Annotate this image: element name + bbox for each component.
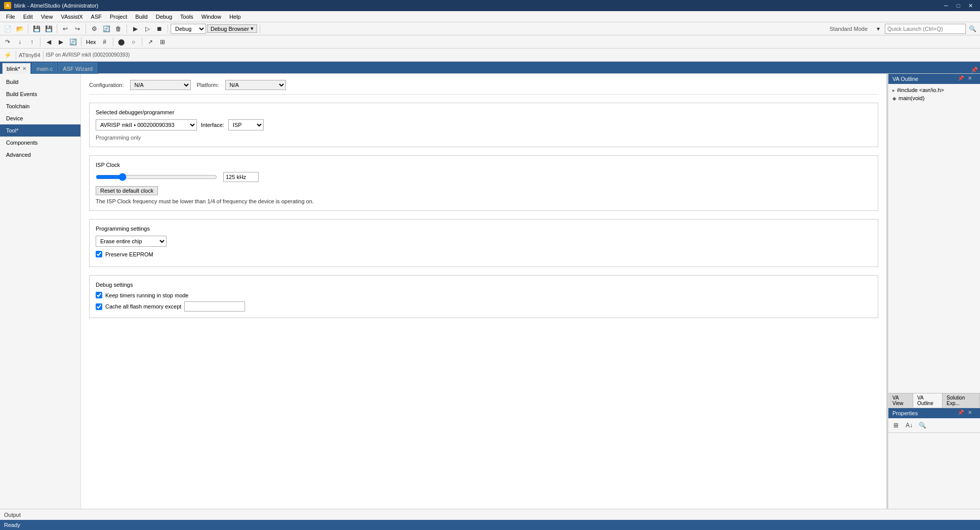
refresh-btn[interactable]: 🔄 bbox=[67, 37, 78, 47]
hex-label: Hex bbox=[84, 39, 98, 45]
menu-item-window[interactable]: Window bbox=[197, 13, 225, 21]
va-view-tab[interactable]: VA View bbox=[888, 393, 913, 408]
menu-item-help[interactable]: Help bbox=[225, 13, 245, 21]
preserve-eeprom-checkbox[interactable] bbox=[96, 251, 102, 257]
debugger-section-title: Selected debugger/programmer bbox=[96, 109, 872, 115]
save-btn[interactable]: 💾 bbox=[31, 24, 42, 34]
isp-clock-value-input[interactable] bbox=[223, 172, 259, 182]
keep-timers-checkbox[interactable] bbox=[96, 292, 102, 298]
bp-btn[interactable]: ⬤ bbox=[116, 37, 127, 47]
sidebar-item-advanced[interactable]: Advanced bbox=[0, 149, 80, 161]
menu-item-debug[interactable]: Debug bbox=[152, 13, 176, 21]
close-button[interactable]: ✕ bbox=[965, 1, 976, 10]
panel-close-icon[interactable]: ✕ bbox=[968, 75, 976, 82]
panel-pin-btn[interactable]: 📌 bbox=[969, 67, 980, 74]
sep12 bbox=[43, 51, 44, 60]
preserve-eeprom-row: Preserve EEPROM bbox=[96, 251, 872, 257]
hex-btn[interactable]: # bbox=[99, 37, 110, 47]
minimize-button[interactable]: ─ bbox=[941, 1, 952, 10]
redo-btn[interactable]: ↪ bbox=[72, 24, 83, 34]
interface-combo[interactable]: ISP bbox=[228, 119, 264, 130]
build-btn[interactable]: ⚙ bbox=[89, 24, 100, 34]
sidebar-item-toolchain[interactable]: Toolchain bbox=[0, 100, 80, 112]
goto-disasm-btn[interactable]: ⊞ bbox=[157, 37, 168, 47]
solution-explorer-tab[interactable]: Solution Exp... bbox=[943, 393, 980, 408]
props-panel-pin[interactable]: 📌 bbox=[958, 410, 966, 417]
tab-bar: blink* ✕ main.c ASF Wizard 📌 bbox=[0, 62, 980, 74]
menu-item-project[interactable]: Project bbox=[106, 13, 131, 21]
config-combo[interactable]: N/A bbox=[130, 80, 191, 90]
erase-chip-combo[interactable]: Erase entire chip bbox=[96, 236, 167, 247]
step-into-btn[interactable]: ↓ bbox=[14, 37, 25, 47]
programming-settings-section: Programming settings Erase entire chip P… bbox=[89, 219, 878, 267]
output-bar: Output bbox=[0, 509, 980, 520]
sep9 bbox=[113, 37, 113, 47]
isp-clock-section: ISP Clock Reset to default clock The ISP… bbox=[89, 155, 878, 211]
quick-launch-input[interactable] bbox=[885, 24, 966, 34]
menu-item-file[interactable]: File bbox=[2, 13, 19, 21]
cache-flash-checkbox[interactable] bbox=[96, 303, 102, 310]
props-panel-close[interactable]: ✕ bbox=[968, 410, 976, 417]
menu-item-view[interactable]: View bbox=[37, 13, 57, 21]
sidebar-item-build[interactable]: Build bbox=[0, 76, 80, 88]
platform-label: Platform: bbox=[197, 82, 219, 88]
menu-item-tools[interactable]: Tools bbox=[176, 13, 197, 21]
sep8 bbox=[81, 37, 81, 47]
sidebar-item-tool-[interactable]: Tool* bbox=[0, 124, 80, 137]
props-alphabetical-btn[interactable]: A↓ bbox=[904, 420, 915, 430]
start-no-debug-btn[interactable]: ▷ bbox=[142, 24, 153, 34]
maximize-button[interactable]: □ bbox=[953, 1, 964, 10]
panel-pin-icon[interactable]: 📌 bbox=[958, 75, 966, 82]
standard-mode-dropdown[interactable]: ▾ bbox=[873, 24, 884, 34]
clean-btn[interactable]: 🗑 bbox=[113, 24, 124, 34]
properties-title: Properties bbox=[892, 410, 918, 416]
step-over-btn[interactable]: ↷ bbox=[2, 37, 13, 47]
debug-browser-combo[interactable]: Debug Browser ▾ bbox=[207, 24, 257, 33]
sidebar-item-device[interactable]: Device bbox=[0, 112, 80, 124]
platform-combo[interactable]: N/A bbox=[225, 80, 286, 90]
step-out-btn[interactable]: ↑ bbox=[26, 37, 37, 47]
tab-main-c[interactable]: main.c bbox=[32, 63, 57, 74]
tab-blink-close[interactable]: ✕ bbox=[22, 66, 26, 71]
quick-launch-search-icon[interactable]: 🔍 bbox=[967, 24, 978, 34]
menu-item-asf[interactable]: ASF bbox=[87, 13, 106, 21]
save-all-btn[interactable]: 💾 bbox=[43, 24, 54, 34]
prog-btn[interactable]: ⚡ bbox=[2, 50, 13, 60]
goto-src-btn[interactable]: ↗ bbox=[145, 37, 156, 47]
sep3 bbox=[86, 24, 86, 33]
menu-item-edit[interactable]: Edit bbox=[19, 13, 37, 21]
new-btn[interactable]: 📄 bbox=[2, 24, 13, 34]
at-tiny-label: ATtiny84 bbox=[19, 52, 40, 58]
sep4 bbox=[127, 24, 127, 33]
debug-config-combo[interactable]: Debug bbox=[171, 24, 206, 34]
menu-item-build[interactable]: Build bbox=[131, 13, 151, 21]
menu-item-vassistx[interactable]: VAssistX bbox=[57, 13, 87, 21]
va-outline-include[interactable]: ▸ #include <avr/io.h> bbox=[890, 86, 978, 94]
rebuild-btn[interactable]: 🔄 bbox=[101, 24, 112, 34]
va-outline-tab[interactable]: VA Outline bbox=[913, 393, 943, 408]
sidebar-item-components[interactable]: Components bbox=[0, 137, 80, 149]
debugger-combo[interactable]: AVRISP mkII • 000200090393 bbox=[96, 119, 197, 130]
sidebar-item-build-events[interactable]: Build Events bbox=[0, 88, 80, 100]
tab-blink-label: blink* bbox=[7, 66, 20, 72]
stop-btn[interactable]: ⏹ bbox=[154, 24, 165, 34]
isp-clock-slider[interactable] bbox=[96, 173, 217, 181]
back-btn[interactable]: ◀ bbox=[43, 37, 54, 47]
start-debug-btn[interactable]: ▶ bbox=[130, 24, 141, 34]
props-search-btn[interactable]: 🔍 bbox=[917, 420, 928, 430]
va-outline-main[interactable]: ◆ main(void) bbox=[890, 94, 978, 102]
main-icon: ◆ bbox=[892, 96, 896, 101]
cache-flash-input[interactable] bbox=[184, 301, 245, 312]
sep1 bbox=[28, 24, 28, 33]
forward-btn[interactable]: ▶ bbox=[55, 37, 66, 47]
reset-clock-button[interactable]: Reset to default clock bbox=[96, 186, 158, 195]
tab-blink[interactable]: blink* ✕ bbox=[2, 63, 31, 74]
tab-asf-wizard[interactable]: ASF Wizard bbox=[58, 63, 97, 74]
debug-browser-label: Debug Browser bbox=[211, 26, 249, 32]
bp-clear-btn[interactable]: ○ bbox=[128, 37, 139, 47]
toolbar-row-2: ↷ ↓ ↑ ◀ ▶ 🔄 Hex # ⬤ ○ ↗ ⊞ bbox=[0, 35, 980, 49]
open-btn[interactable]: 📂 bbox=[14, 24, 25, 34]
main-layout: BuildBuild EventsToolchainDeviceTool*Com… bbox=[0, 74, 980, 509]
props-categories-btn[interactable]: ⊞ bbox=[890, 420, 902, 430]
undo-btn[interactable]: ↩ bbox=[60, 24, 71, 34]
